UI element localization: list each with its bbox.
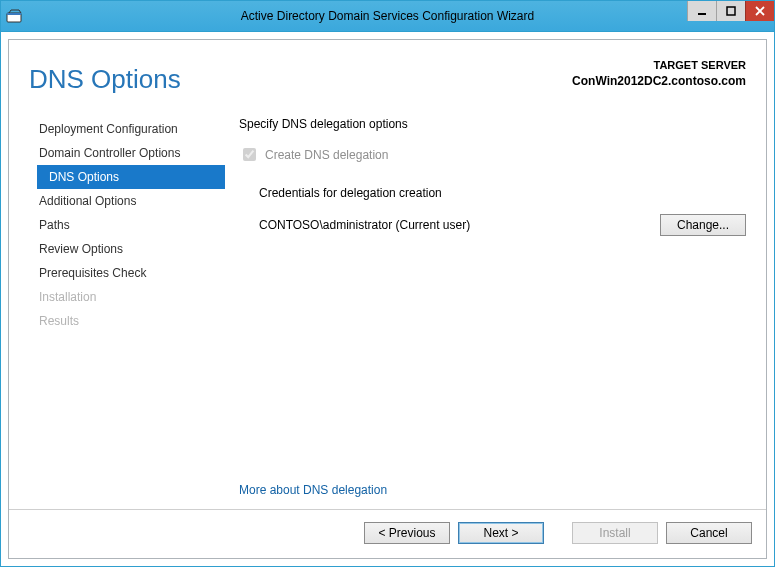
credentials-value: CONTOSO\administrator (Current user) — [259, 218, 660, 232]
more-about-dns-delegation-link[interactable]: More about DNS delegation — [239, 483, 387, 497]
wizard-footer: < Previous Next > Install Cancel — [9, 509, 766, 558]
delegation-credentials-section: Credentials for delegation creation CONT… — [239, 186, 746, 236]
previous-button[interactable]: < Previous — [364, 522, 450, 544]
target-server-label: TARGET SERVER — [572, 58, 746, 73]
content-bottom: More about DNS delegation — [239, 483, 746, 509]
sidebar-item-dns-options[interactable]: DNS Options — [37, 165, 225, 189]
install-button: Install — [572, 522, 658, 544]
maximize-button[interactable] — [716, 1, 745, 21]
wizard-window: Active Directory Domain Services Configu… — [0, 0, 775, 567]
close-button[interactable] — [745, 1, 774, 21]
body-row: Deployment Configuration Domain Controll… — [9, 111, 766, 509]
minimize-button[interactable] — [687, 1, 716, 21]
header-row: DNS Options TARGET SERVER ConWin2012DC2.… — [9, 40, 766, 111]
svg-rect-1 — [7, 13, 21, 15]
next-button[interactable]: Next > — [458, 522, 544, 544]
window-controls — [687, 1, 774, 21]
credentials-heading: Credentials for delegation creation — [259, 186, 746, 200]
create-dns-delegation-row: Create DNS delegation — [239, 145, 746, 164]
target-server-block: TARGET SERVER ConWin2012DC2.contoso.com — [572, 58, 746, 89]
content-panel: Specify DNS delegation options Create DN… — [225, 111, 754, 509]
create-dns-delegation-checkbox — [243, 148, 256, 161]
sidebar-item-deployment-configuration[interactable]: Deployment Configuration — [27, 117, 225, 141]
wizard-sidebar: Deployment Configuration Domain Controll… — [21, 111, 225, 509]
titlebar: Active Directory Domain Services Configu… — [1, 1, 774, 32]
sidebar-item-prerequisites-check[interactable]: Prerequisites Check — [27, 261, 225, 285]
footer-gap — [552, 522, 564, 544]
target-server-name: ConWin2012DC2.contoso.com — [572, 73, 746, 89]
sidebar-item-paths[interactable]: Paths — [27, 213, 225, 237]
sidebar-item-additional-options[interactable]: Additional Options — [27, 189, 225, 213]
change-credentials-button[interactable]: Change... — [660, 214, 746, 236]
page-title: DNS Options — [29, 64, 181, 95]
sidebar-item-review-options[interactable]: Review Options — [27, 237, 225, 261]
cancel-button[interactable]: Cancel — [666, 522, 752, 544]
sidebar-item-installation: Installation — [27, 285, 225, 309]
create-dns-delegation-label: Create DNS delegation — [265, 148, 388, 162]
sidebar-item-domain-controller-options[interactable]: Domain Controller Options — [27, 141, 225, 165]
window-title: Active Directory Domain Services Configu… — [1, 9, 774, 23]
credentials-row: CONTOSO\administrator (Current user) Cha… — [259, 214, 746, 236]
sidebar-item-results: Results — [27, 309, 225, 333]
svg-rect-3 — [727, 7, 735, 15]
app-icon — [1, 1, 27, 31]
wizard-inner: DNS Options TARGET SERVER ConWin2012DC2.… — [8, 39, 767, 559]
content-heading: Specify DNS delegation options — [239, 117, 746, 131]
